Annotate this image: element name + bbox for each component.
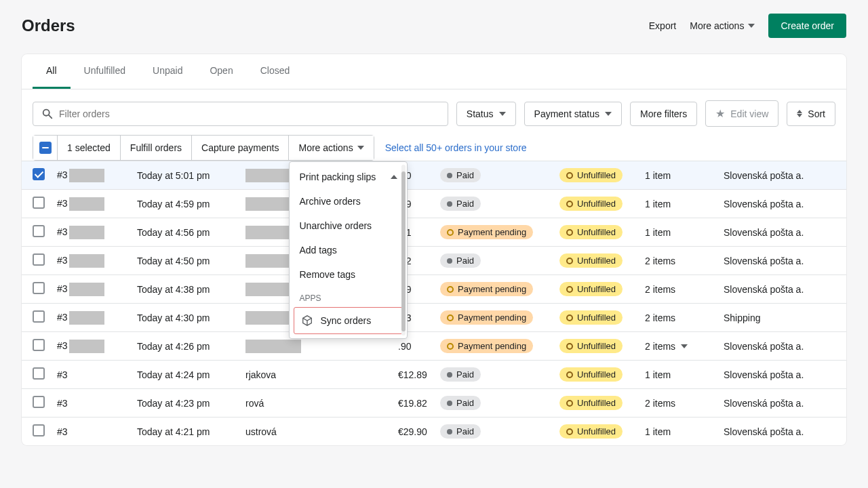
redacted: [69, 340, 104, 353]
row-checkbox[interactable]: [33, 396, 45, 408]
capture-payments-button[interactable]: Capture payments: [192, 136, 289, 160]
delivery-method: Slovenská pošta a.: [724, 256, 835, 266]
items-count: 2 items: [645, 312, 724, 323]
order-date: Today at 5:01 pm: [137, 170, 245, 181]
fulfillment-status: Unfulfilled: [559, 339, 645, 353]
tabs: All Unfulfilled Unpaid Open Closed: [22, 54, 846, 89]
header-more-actions[interactable]: More actions: [690, 20, 755, 31]
ring-icon: [447, 286, 454, 293]
edit-view-button: ★ Edit view: [705, 100, 778, 127]
payment-badge-paid: Paid: [440, 424, 481, 439]
payment-status-filter[interactable]: Payment status: [524, 102, 623, 126]
tab-open[interactable]: Open: [196, 54, 246, 89]
ring-icon: [566, 314, 573, 321]
row-checkbox[interactable]: [33, 310, 45, 323]
row-checkbox[interactable]: [33, 168, 45, 180]
order-date: Today at 4:50 pm: [137, 256, 245, 266]
ring-icon: [566, 371, 573, 378]
fulfill-orders-button[interactable]: Fulfill orders: [121, 136, 192, 160]
payment-status: Paid: [440, 168, 559, 182]
unarchive-orders-item[interactable]: Unarchive orders: [290, 214, 407, 238]
customer-name: rová: [245, 398, 398, 409]
order-number: #3: [57, 340, 137, 353]
ring-icon: [566, 428, 573, 435]
ring-icon: [566, 286, 573, 293]
order-date: Today at 4:56 pm: [137, 227, 245, 238]
table-row[interactable]: #3 Today at 4:24 pm rjakova €12.89 Paid …: [22, 360, 846, 388]
table-row[interactable]: #3 Today at 4:38 pm .79 Payment pending …: [22, 274, 846, 303]
search-input[interactable]: [59, 108, 439, 119]
order-number: #3: [57, 283, 137, 296]
items-count: 1 item: [645, 426, 724, 437]
order-number: #3: [57, 311, 137, 325]
bulk-checkbox[interactable]: [33, 136, 58, 160]
bulk-more-actions-button[interactable]: More actions Print packing slips Archive…: [289, 136, 373, 160]
scrollbar-thumb[interactable]: [401, 171, 406, 331]
payment-badge-paid: Paid: [440, 168, 481, 182]
ring-icon: [566, 229, 573, 236]
sort-icon: [797, 110, 802, 117]
order-total: €12.89: [398, 369, 440, 380]
payment-status: Paid: [440, 253, 559, 268]
table-row[interactable]: #3 Today at 4:59 pm .89 Paid Unfulfilled…: [22, 189, 846, 218]
add-tags-item[interactable]: Add tags: [290, 238, 407, 262]
redacted: [245, 340, 301, 353]
payment-status: Payment pending: [440, 310, 559, 325]
payment-badge-paid: Paid: [440, 253, 481, 268]
sync-orders-item[interactable]: Sync orders: [294, 307, 403, 334]
ring-icon: [566, 258, 573, 264]
order-number: #3: [57, 169, 137, 182]
tab-closed[interactable]: Closed: [247, 54, 304, 89]
payment-badge-paid: Paid: [440, 197, 481, 211]
table-row[interactable]: #3 Today at 4:30 pm .83 Payment pending …: [22, 303, 846, 331]
header-actions: Export More actions Create order: [649, 14, 846, 38]
row-checkbox[interactable]: [33, 424, 45, 436]
checkbox-indeterminate-icon: [39, 142, 52, 154]
table-row[interactable]: #3 Today at 4:50 pm .82 Paid Unfulfilled…: [22, 246, 846, 274]
order-total: €19.82: [398, 398, 440, 409]
row-checkbox[interactable]: [33, 367, 45, 380]
table-row[interactable]: #3 Today at 4:21 pm ustrová €29.90 Paid …: [22, 417, 846, 445]
table-row[interactable]: #3 Today at 5:01 pm .90 Paid Unfulfilled…: [22, 161, 846, 189]
table-row[interactable]: #3 Today at 4:23 pm rová €19.82 Paid Unf…: [22, 388, 846, 417]
order-date: Today at 4:38 pm: [137, 284, 245, 295]
table-row[interactable]: #3 Today at 4:56 pm .51 Payment pending …: [22, 218, 846, 246]
row-checkbox[interactable]: [33, 253, 45, 266]
sort-button[interactable]: Sort: [787, 102, 835, 126]
delivery-method: Slovenská pošta a.: [724, 227, 835, 238]
more-filters-button[interactable]: More filters: [630, 102, 697, 126]
payment-badge-pending: Payment pending: [440, 310, 533, 325]
tab-all[interactable]: All: [33, 54, 71, 89]
status-filter-label: Status: [467, 108, 494, 119]
ring-icon: [447, 229, 454, 236]
order-date: Today at 4:30 pm: [137, 312, 245, 323]
fulfillment-status: Unfulfilled: [559, 225, 645, 239]
export-link[interactable]: Export: [649, 20, 676, 31]
create-order-button[interactable]: Create order: [768, 14, 846, 38]
table-row[interactable]: #3 Today at 4:26 pm .90 Payment pending …: [22, 331, 846, 360]
row-checkbox[interactable]: [33, 197, 45, 209]
redacted: [69, 311, 104, 325]
archive-orders-item[interactable]: Archive orders: [290, 189, 407, 214]
fulfillment-badge-unfulfilled: Unfulfilled: [559, 396, 623, 410]
search-box[interactable]: [33, 102, 448, 126]
ring-icon: [566, 343, 573, 350]
fulfillment-status: Unfulfilled: [559, 197, 645, 211]
select-all-link[interactable]: Select all 50+ orders in your store: [385, 142, 527, 153]
print-packing-slips-item[interactable]: Print packing slips: [290, 165, 407, 189]
remove-tags-item[interactable]: Remove tags: [290, 262, 407, 287]
tab-unfulfilled[interactable]: Unfulfilled: [71, 54, 139, 89]
row-checkbox[interactable]: [33, 282, 45, 294]
status-filter[interactable]: Status: [456, 102, 516, 126]
tab-unpaid[interactable]: Unpaid: [139, 54, 196, 89]
row-checkbox[interactable]: [33, 225, 45, 237]
fulfillment-status: Unfulfilled: [559, 282, 645, 296]
payment-status: Paid: [440, 424, 559, 439]
chevron-down-icon[interactable]: [681, 344, 688, 348]
chevron-down-icon: [748, 24, 755, 28]
row-checkbox[interactable]: [33, 339, 45, 351]
items-count: 1 item: [645, 369, 724, 380]
dot-icon: [447, 429, 452, 434]
fulfillment-badge-unfulfilled: Unfulfilled: [559, 253, 623, 268]
search-icon: [41, 108, 54, 120]
